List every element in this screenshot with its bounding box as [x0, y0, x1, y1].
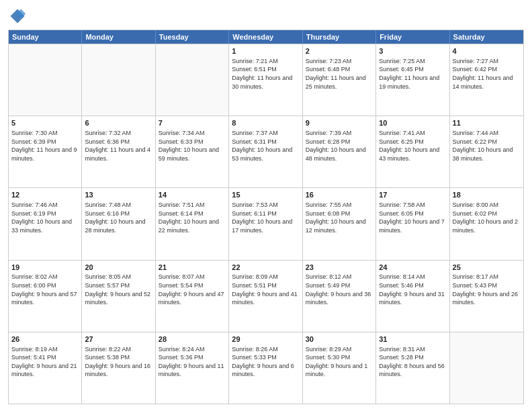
weekday-header-saturday: Saturday	[450, 30, 523, 44]
day-cell-29: 29Sunrise: 8:26 AM Sunset: 5:33 PM Dayli…	[229, 332, 302, 404]
day-cell-12: 12Sunrise: 7:46 AM Sunset: 6:19 PM Dayli…	[9, 188, 82, 259]
day-number: 22	[232, 263, 299, 273]
day-cell-6: 6Sunrise: 7:32 AM Sunset: 6:36 PM Daylig…	[82, 116, 155, 187]
calendar-row-1: 5Sunrise: 7:30 AM Sunset: 6:39 PM Daylig…	[9, 116, 523, 187]
day-info: Sunrise: 8:26 AM Sunset: 5:33 PM Dayligh…	[232, 346, 294, 378]
day-info: Sunrise: 8:29 AM Sunset: 5:30 PM Dayligh…	[306, 346, 368, 378]
weekday-header-wednesday: Wednesday	[229, 30, 302, 44]
day-number: 9	[306, 118, 373, 128]
day-info: Sunrise: 8:22 AM Sunset: 5:38 PM Dayligh…	[85, 346, 150, 378]
day-number: 16	[306, 190, 373, 200]
day-number: 6	[85, 118, 152, 128]
day-cell-empty-0-1	[82, 44, 155, 116]
day-number: 11	[453, 118, 521, 128]
day-cell-16: 16Sunrise: 7:55 AM Sunset: 6:08 PM Dayli…	[303, 188, 376, 259]
day-cell-13: 13Sunrise: 7:48 AM Sunset: 6:16 PM Dayli…	[82, 188, 155, 259]
day-info: Sunrise: 7:25 AM Sunset: 6:45 PM Dayligh…	[379, 58, 439, 90]
day-cell-31: 31Sunrise: 8:31 AM Sunset: 5:28 PM Dayli…	[376, 332, 449, 404]
day-number: 8	[232, 118, 299, 128]
day-number: 17	[379, 190, 446, 200]
weekday-header-friday: Friday	[376, 30, 449, 44]
day-cell-1: 1Sunrise: 7:21 AM Sunset: 6:51 PM Daylig…	[229, 44, 302, 116]
day-number: 28	[159, 334, 226, 345]
day-info: Sunrise: 7:44 AM Sunset: 6:22 PM Dayligh…	[453, 130, 513, 162]
day-cell-empty-0-2	[156, 44, 229, 116]
day-info: Sunrise: 8:07 AM Sunset: 5:54 PM Dayligh…	[159, 273, 224, 306]
day-number: 10	[379, 118, 446, 128]
day-info: Sunrise: 7:48 AM Sunset: 6:16 PM Dayligh…	[85, 201, 145, 234]
day-number: 18	[453, 190, 521, 200]
day-number: 26	[11, 334, 79, 345]
day-info: Sunrise: 8:09 AM Sunset: 5:51 PM Dayligh…	[232, 273, 298, 306]
day-number: 20	[85, 263, 152, 273]
day-info: Sunrise: 7:27 AM Sunset: 6:42 PM Dayligh…	[453, 58, 513, 90]
day-number: 4	[453, 46, 521, 56]
day-number: 13	[85, 190, 152, 200]
day-number: 3	[379, 46, 446, 56]
day-info: Sunrise: 7:53 AM Sunset: 6:11 PM Dayligh…	[232, 201, 292, 234]
weekday-header-thursday: Thursday	[303, 30, 376, 44]
day-info: Sunrise: 7:58 AM Sunset: 6:05 PM Dayligh…	[379, 201, 445, 234]
day-number: 15	[232, 190, 299, 200]
day-cell-4: 4Sunrise: 7:27 AM Sunset: 6:42 PM Daylig…	[450, 44, 523, 116]
logo	[8, 7, 30, 26]
day-cell-empty-4-6	[450, 332, 523, 404]
day-info: Sunrise: 7:39 AM Sunset: 6:28 PM Dayligh…	[306, 130, 366, 162]
day-info: Sunrise: 7:41 AM Sunset: 6:25 PM Dayligh…	[379, 130, 439, 162]
day-cell-30: 30Sunrise: 8:29 AM Sunset: 5:30 PM Dayli…	[303, 332, 376, 404]
day-cell-2: 2Sunrise: 7:23 AM Sunset: 6:48 PM Daylig…	[303, 44, 376, 116]
day-cell-15: 15Sunrise: 7:53 AM Sunset: 6:11 PM Dayli…	[229, 188, 302, 259]
day-cell-22: 22Sunrise: 8:09 AM Sunset: 5:51 PM Dayli…	[229, 261, 302, 332]
day-info: Sunrise: 7:23 AM Sunset: 6:48 PM Dayligh…	[306, 58, 366, 90]
day-info: Sunrise: 7:21 AM Sunset: 6:51 PM Dayligh…	[232, 58, 292, 90]
day-number: 19	[11, 263, 79, 273]
day-cell-26: 26Sunrise: 8:19 AM Sunset: 5:41 PM Dayli…	[9, 332, 82, 404]
day-cell-8: 8Sunrise: 7:37 AM Sunset: 6:31 PM Daylig…	[229, 116, 302, 187]
day-cell-5: 5Sunrise: 7:30 AM Sunset: 6:39 PM Daylig…	[9, 116, 82, 187]
day-cell-17: 17Sunrise: 7:58 AM Sunset: 6:05 PM Dayli…	[376, 188, 449, 259]
day-info: Sunrise: 7:46 AM Sunset: 6:19 PM Dayligh…	[11, 201, 72, 234]
day-cell-14: 14Sunrise: 7:51 AM Sunset: 6:14 PM Dayli…	[156, 188, 229, 259]
calendar-row-3: 19Sunrise: 8:02 AM Sunset: 6:00 PM Dayli…	[9, 260, 523, 332]
day-number: 14	[159, 190, 226, 200]
day-info: Sunrise: 8:24 AM Sunset: 5:36 PM Dayligh…	[159, 346, 224, 378]
day-number: 23	[306, 263, 373, 273]
calendar: SundayMondayTuesdayWednesdayThursdayFrid…	[8, 30, 524, 404]
day-info: Sunrise: 8:12 AM Sunset: 5:49 PM Dayligh…	[306, 273, 371, 306]
day-cell-27: 27Sunrise: 8:22 AM Sunset: 5:38 PM Dayli…	[82, 332, 155, 404]
day-info: Sunrise: 8:31 AM Sunset: 5:28 PM Dayligh…	[379, 346, 445, 378]
day-info: Sunrise: 7:34 AM Sunset: 6:33 PM Dayligh…	[159, 130, 219, 162]
logo-icon	[8, 7, 27, 26]
day-cell-10: 10Sunrise: 7:41 AM Sunset: 6:25 PM Dayli…	[376, 116, 449, 187]
day-cell-empty-0-0	[9, 44, 82, 116]
weekday-header-sunday: Sunday	[9, 30, 82, 44]
day-cell-3: 3Sunrise: 7:25 AM Sunset: 6:45 PM Daylig…	[376, 44, 449, 116]
calendar-header: SundayMondayTuesdayWednesdayThursdayFrid…	[9, 30, 523, 44]
day-number: 25	[453, 263, 521, 273]
day-info: Sunrise: 7:37 AM Sunset: 6:31 PM Dayligh…	[232, 130, 292, 162]
calendar-row-4: 26Sunrise: 8:19 AM Sunset: 5:41 PM Dayli…	[9, 332, 523, 404]
day-cell-11: 11Sunrise: 7:44 AM Sunset: 6:22 PM Dayli…	[450, 116, 523, 187]
day-number: 2	[306, 46, 373, 56]
day-number: 31	[379, 334, 446, 345]
day-cell-7: 7Sunrise: 7:34 AM Sunset: 6:33 PM Daylig…	[156, 116, 229, 187]
day-info: Sunrise: 8:05 AM Sunset: 5:57 PM Dayligh…	[85, 273, 150, 306]
calendar-body: 1Sunrise: 7:21 AM Sunset: 6:51 PM Daylig…	[9, 44, 523, 404]
day-info: Sunrise: 7:55 AM Sunset: 6:08 PM Dayligh…	[306, 201, 366, 234]
day-info: Sunrise: 8:17 AM Sunset: 5:43 PM Dayligh…	[453, 273, 519, 306]
day-cell-19: 19Sunrise: 8:02 AM Sunset: 6:00 PM Dayli…	[9, 261, 82, 332]
day-number: 29	[232, 334, 299, 345]
day-number: 12	[11, 190, 79, 200]
weekday-header-monday: Monday	[82, 30, 155, 44]
day-number: 1	[232, 46, 299, 56]
day-info: Sunrise: 8:19 AM Sunset: 5:41 PM Dayligh…	[11, 346, 77, 378]
header	[8, 7, 524, 26]
calendar-row-0: 1Sunrise: 7:21 AM Sunset: 6:51 PM Daylig…	[9, 44, 523, 116]
page-container: SundayMondayTuesdayWednesdayThursdayFrid…	[0, 0, 532, 411]
day-cell-24: 24Sunrise: 8:14 AM Sunset: 5:46 PM Dayli…	[376, 261, 449, 332]
day-info: Sunrise: 7:51 AM Sunset: 6:14 PM Dayligh…	[159, 201, 219, 234]
day-info: Sunrise: 8:02 AM Sunset: 6:00 PM Dayligh…	[11, 273, 77, 306]
weekday-header-tuesday: Tuesday	[156, 30, 229, 44]
day-number: 21	[159, 263, 226, 273]
day-number: 30	[306, 334, 373, 345]
